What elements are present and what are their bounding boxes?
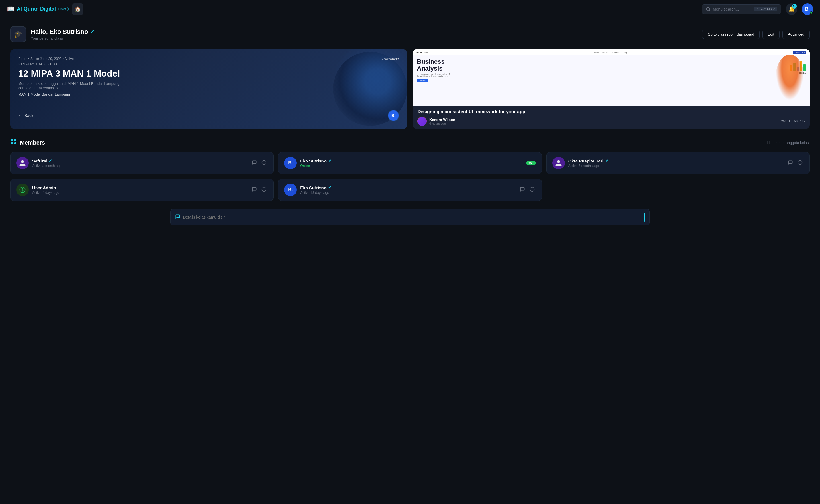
member-verify-icon: ✔	[605, 159, 609, 163]
mockup-nav-blog: Blog	[623, 51, 627, 53]
verified-icon: ✔	[90, 29, 94, 35]
member-actions: You	[526, 161, 536, 165]
content-grid: Room • Since June 29, 2022 • Active 5 me…	[10, 49, 810, 129]
media-title: Designing a consistent UI framework for …	[418, 109, 805, 114]
member-name-text: Eko Sutrisno	[300, 159, 326, 163]
you-badge: You	[526, 161, 536, 165]
svg-text:$: $	[21, 188, 24, 192]
member-avatar: B.	[284, 184, 297, 196]
member-status: Active 7 months ago	[568, 164, 783, 168]
member-verify-icon: ✔	[49, 159, 52, 163]
admin-icon: $	[19, 186, 26, 194]
member-avatar: $	[16, 184, 29, 196]
avatar-online-indicator	[810, 11, 813, 14]
mockup-nav-service: Service	[603, 51, 609, 53]
avatar-initial: B.	[805, 7, 810, 12]
room-schedule: Rabu-Kamis 09:00 - 15:00	[18, 62, 399, 66]
chat-button[interactable]	[519, 186, 526, 194]
mockup-content: BusinessAnalysis Lorem ipsum is simply d…	[413, 55, 810, 85]
mockup-text-block: BusinessAnalysis Lorem ipsum is simply d…	[417, 58, 786, 82]
member-status: Active 4 days ago	[32, 191, 247, 195]
members-subtitle: List semua anggota kelas.	[767, 141, 810, 145]
back-button[interactable]: ← Back	[18, 113, 33, 118]
member-name: Eko Sutrisno ✔	[300, 185, 515, 190]
home-button[interactable]: 🏠	[72, 3, 83, 15]
profile-left: 🎓 Hallo, Eko Sutrisno ✔ Your personal cl…	[10, 26, 94, 42]
room-avatar: B.	[388, 110, 399, 121]
navbar-left: 📖 Al-Quran Digital Beta 🏠	[7, 3, 83, 15]
notification-button[interactable]: 🔔 5+	[786, 3, 797, 15]
member-verify-icon: ✔	[328, 185, 331, 190]
profile-subtitle: Your personal class	[31, 36, 94, 40]
room-meta: Room • Since June 29, 2022 • Active 5 me…	[18, 57, 399, 96]
members-grid: Safrizal ✔ Active a month ago B.	[10, 152, 810, 201]
website-mockup: ANALYSIS About Service Product Blog Cont…	[413, 49, 810, 106]
member-name-text: Okta Puspita Sari	[568, 159, 604, 163]
member-card: Safrizal ✔ Active a month ago	[10, 152, 274, 174]
author-avatar	[418, 117, 427, 126]
author-details: Kendra Wilson 6 hours ago	[430, 118, 455, 125]
profile-header: 🎓 Hallo, Eko Sutrisno ✔ Your personal cl…	[10, 26, 810, 42]
room-label: Room • Since June 29, 2022 • Active	[18, 57, 74, 61]
author-name: Kendra Wilson	[430, 118, 455, 122]
chart-bar-5	[803, 64, 806, 71]
search-bar[interactable]: Menu search... Press "ctrl + /"	[702, 4, 781, 14]
member-verify-icon: ✔	[328, 159, 331, 163]
svg-line-1	[709, 10, 710, 11]
member-info: Okta Puspita Sari ✔ Active 7 months ago	[568, 159, 783, 168]
info-button[interactable]	[260, 159, 268, 167]
room-footer: ← Back B.	[18, 110, 399, 121]
member-name: Safrizal ✔	[32, 159, 247, 163]
svg-rect-5	[14, 142, 16, 144]
media-info: Designing a consistent UI framework for …	[413, 106, 810, 129]
media-author: Kendra Wilson 6 hours ago 256.1k 566.12k	[418, 117, 805, 126]
mockup-person-graphic	[776, 55, 804, 100]
info-button[interactable]	[260, 186, 268, 194]
mockup-join-btn[interactable]: Join Us	[417, 79, 428, 82]
chat-button[interactable]	[787, 159, 794, 167]
mockup-navbar: ANALYSIS About Service Product Blog Cont…	[413, 49, 810, 55]
profile-info: Hallo, Eko Sutrisno ✔ Your personal clas…	[31, 28, 94, 40]
chat-button[interactable]	[250, 186, 258, 194]
media-preview: ANALYSIS About Service Product Blog Cont…	[413, 49, 810, 106]
mockup-brand: ANALYSIS	[416, 51, 428, 54]
profile-name-text: Hallo, Eko Sutrisno	[31, 28, 88, 36]
member-info: Eko Sutrisno ✔ Online	[300, 159, 523, 168]
member-info: Eko Sutrisno ✔ Active 13 days ago	[300, 185, 515, 195]
members-title-text: Members	[20, 139, 45, 146]
room-location: MAN 1 Model Bandar Lampung	[18, 92, 399, 96]
members-header: Members List semua anggota kelas.	[10, 138, 810, 147]
mockup-small-text: Lorem ipsum is simply dummy text of the …	[417, 73, 451, 77]
room-members-count: 5 members	[381, 57, 399, 61]
avatar-button[interactable]: B.	[802, 3, 813, 15]
beta-badge: Beta	[58, 7, 69, 11]
brand-name: Al-Quran Digital	[17, 6, 56, 12]
mockup-nav-about: About	[594, 51, 599, 53]
member-avatar: B.	[284, 157, 297, 169]
svg-rect-4	[11, 142, 13, 144]
author-avatar-inner	[418, 117, 427, 126]
advanced-button[interactable]: Advanced	[782, 30, 810, 39]
svg-rect-3	[14, 139, 16, 141]
profile-name: Hallo, Eko Sutrisno ✔	[31, 28, 94, 36]
navbar: 📖 Al-Quran Digital Beta 🏠 Menu search...…	[0, 0, 820, 18]
svg-rect-2	[11, 139, 13, 141]
member-card: $ User Admin Active 4 days ago	[10, 179, 274, 201]
navbar-right: Menu search... Press "ctrl + /" 🔔 5+ B.	[702, 3, 813, 15]
mockup-nav-product: Product	[613, 51, 619, 53]
chat-input-container	[10, 209, 810, 225]
dashboard-button[interactable]: Go to class room dashboard	[702, 30, 759, 39]
user-icon	[19, 159, 26, 167]
chat-button[interactable]	[250, 159, 258, 167]
chat-send-button[interactable]	[644, 213, 645, 222]
room-card: Room • Since June 29, 2022 • Active 5 me…	[10, 49, 407, 129]
member-name: User Admin	[32, 185, 247, 190]
info-button[interactable]	[529, 186, 536, 194]
mockup-nav: About Service Product Blog	[430, 51, 791, 53]
info-button[interactable]	[796, 159, 804, 167]
member-name-text: Eko Sutrisno	[300, 185, 326, 190]
members-icon	[10, 138, 17, 147]
chat-input[interactable]	[183, 215, 641, 219]
author-time: 6 hours ago	[430, 122, 455, 125]
edit-button[interactable]: Edit	[763, 30, 780, 39]
